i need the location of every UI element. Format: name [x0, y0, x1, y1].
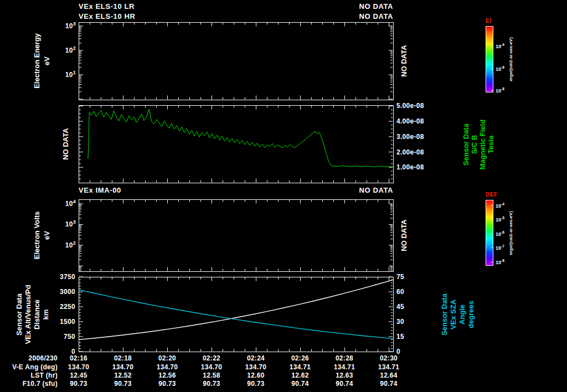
sza-tick-label: 60: [396, 288, 404, 296]
table-cell: 90.73: [145, 380, 189, 388]
altitude-line: [79, 280, 393, 339]
colorbar-tick-label: 10-6: [496, 65, 504, 72]
colorbar-tick-mark: [491, 234, 493, 234]
els-lr-title: VEx ELS-10 LR: [79, 2, 135, 11]
x-axis-tick-label: 02:24: [234, 354, 278, 362]
ima-right-nodata-label: NO DATA: [400, 219, 408, 251]
els-frame: [79, 23, 394, 100]
colorbar-tick-label: 10-8: [496, 259, 504, 265]
colorbar-unit: ergs/(cm2-sr-sec-eV): [508, 37, 513, 81]
colorbar-tick-mark: [491, 262, 493, 262]
alt-tick-label: 3750: [60, 273, 75, 281]
colorbar-tick-mark: [491, 219, 493, 220]
table-row-label-1-row: LST (hr)12.4512.5212.5612.5812.6012.6212…: [0, 372, 567, 380]
sza-tick-label: 45: [396, 303, 404, 311]
x-axis-tick-label: 02:26: [278, 354, 322, 362]
table-cell: 90.73: [56, 380, 101, 388]
colorbar-tick-mark: [491, 205, 493, 206]
table-cell: 134.70: [101, 363, 145, 371]
table-cell: 134.70: [145, 363, 189, 371]
vex-tplot-window: 1031021011041031025.00e-084.00e-083.00e-…: [0, 0, 567, 392]
eph-left-label: Distance: [33, 300, 41, 329]
table-cell: 12.62: [278, 372, 322, 379]
log-tick-label: 102: [65, 240, 76, 249]
eph-left-label: VEx Alt/Venus/Pd: [24, 285, 32, 344]
x-axis-date: 2006/230: [0, 354, 58, 362]
table-row-label-2-row: F10.7 (sfu)90.7390.7390.7390.7390.7390.7…: [0, 380, 567, 388]
colorbar-title: El: [486, 18, 491, 24]
ima-title: VEx IMA-00: [79, 186, 121, 194]
mag-ytick-label: 2.00e-08: [396, 148, 424, 156]
sza-tick-label: 15: [396, 333, 404, 341]
table-cell: 12.45: [56, 372, 101, 379]
table-cell: 12.52: [101, 372, 145, 379]
alt-tick-label: 750: [64, 333, 75, 341]
els-lr-status: NO DATA: [359, 2, 394, 11]
mag-right-label: S/C B: [470, 135, 478, 154]
table-cell: 134.71: [367, 363, 411, 371]
eph-right-label: Sensor Data: [440, 293, 449, 336]
ima-status: NO DATA: [359, 186, 394, 194]
mag-right-label: Magnetic Field: [478, 120, 487, 169]
mag-left-nodata-label: NO DATA: [61, 128, 70, 159]
colorbar-tick-label: 10-5: [496, 216, 504, 223]
alt-tick-label: 3000: [60, 288, 75, 296]
table-row-label-1: LST (hr): [0, 372, 58, 379]
els-hr-header: VEx ELS-10 HR NO DATA: [79, 12, 393, 20]
log-y-ticks: [79, 26, 393, 99]
log-tick-label: 102: [65, 45, 76, 54]
alt-tick-label: 2250: [60, 303, 75, 311]
colorbar-tick-mark: [491, 247, 493, 248]
colorbar-tick-label: 10-8: [496, 87, 504, 94]
colorbar-tick-label: 10-4: [496, 202, 504, 209]
table-cell: 134.70: [189, 363, 234, 371]
mag-ytick-label: 4.00e-08: [396, 117, 424, 125]
table-cell: 134.71: [322, 363, 367, 371]
table-cell: 90.73: [234, 380, 278, 388]
eph-right-label: VEx SZA: [449, 300, 457, 329]
els-hr-title: VEx ELS-10 HR: [79, 12, 135, 20]
colorbar-tick-label: 10-4: [496, 43, 504, 49]
mag-ytick-label: 5.00e-08: [396, 102, 424, 110]
sza-line: [79, 290, 393, 338]
ima-frame: [79, 200, 394, 272]
els-right-nodata-label: NO DATA: [400, 45, 408, 76]
colorbar-tick-mark: [491, 69, 493, 69]
log-tick-label: 104: [65, 199, 76, 208]
table-row-label-0-row: V-E Ang (deg)134.70134.70134.70134.70134…: [0, 363, 567, 372]
table-cell: 90.73: [189, 380, 234, 388]
ima-header: VEx IMA-00 NO DATA: [79, 186, 393, 194]
table-cell: 134.70: [234, 363, 278, 371]
els-hr-status: NO DATA: [359, 12, 394, 20]
mag-ytick-label: 1.00e-08: [396, 163, 424, 171]
alt-tick-label: 1500: [60, 318, 75, 326]
table-cell: 134.70: [56, 363, 101, 371]
els-y-axis-label: Electron Energy: [33, 33, 41, 89]
table-cell: 90.74: [322, 380, 367, 388]
sza-tick-label: 30: [396, 318, 404, 326]
colorbar-def: [486, 200, 493, 266]
table-row-label-2: F10.7 (sfu): [0, 380, 58, 388]
ima-y-axis-unit: eV: [43, 231, 51, 240]
plot-canvas: 1031021011041031025.00e-084.00e-083.00e-…: [0, 0, 567, 392]
x-axis-tick-label: 02:20: [145, 354, 189, 362]
eph-left-label: km: [42, 310, 50, 320]
colorbar-tick-label: 10-6: [496, 230, 504, 237]
colorbar-tick-mark: [491, 90, 493, 91]
table-cell: 90.73: [101, 380, 145, 388]
table-cell: 12.64: [367, 372, 411, 379]
x-axis-date-row: 2006/23002:1602:1802:2002:2202:2402:2602…: [0, 354, 567, 363]
table-row-label-0: V-E Ang (deg): [0, 363, 58, 371]
x-axis-tick-label: 02:30: [367, 354, 411, 362]
colorbar-unit: ergs/(cm2-sr-sec-eV): [508, 211, 513, 255]
mag-ytick-label: 3.00e-08: [396, 133, 424, 141]
mag-frame: [79, 106, 394, 183]
mag-field-line: [88, 110, 393, 167]
table-cell: 90.74: [367, 380, 411, 388]
eph-frame: [79, 277, 394, 352]
sza-tick-label: 75: [396, 273, 404, 281]
eph-right-label: degrees: [467, 301, 475, 328]
table-cell: 12.56: [145, 372, 189, 379]
x-axis-tick-label: 02:16: [56, 354, 101, 362]
log-y-ticks: [79, 204, 393, 271]
